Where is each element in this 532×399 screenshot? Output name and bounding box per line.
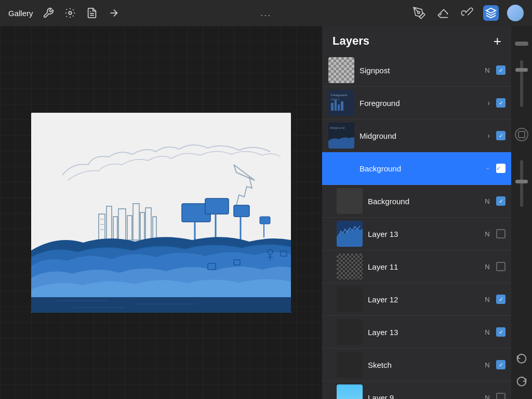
right-side-controls [511, 26, 532, 399]
arrow-icon[interactable] [107, 6, 121, 20]
layer-row-selected[interactable]: Background › ✓ [322, 152, 512, 185]
layer-expand-chevron[interactable]: › [485, 167, 493, 170]
layer-name: Sketch [368, 361, 478, 369]
layer-name: Layer 11 [368, 262, 478, 271]
layer-visibility-checkbox[interactable] [496, 262, 506, 271]
wrench-icon[interactable] [42, 6, 55, 20]
toolbar-center: ... [121, 8, 411, 19]
brush-size-track [520, 60, 523, 107]
adjust-icon[interactable] [63, 6, 77, 20]
svg-rect-23 [234, 205, 249, 217]
layer-thumbnail [337, 221, 363, 247]
layers-panel: Layers + Signpost N Foreground Layer 1 F… [322, 26, 512, 399]
svg-rect-25 [260, 217, 270, 224]
canvas-image [31, 113, 291, 313]
layer-visibility-checkbox[interactable] [496, 229, 506, 238]
layer-thumbnail: Midground [328, 123, 354, 149]
layer-expand-chevron[interactable]: › [487, 99, 490, 107]
layer-mode: N [484, 361, 491, 369]
layer-mode: N [484, 197, 491, 205]
layer-row[interactable]: Layer 11 N [322, 250, 512, 283]
layer-name: Layer 13 [368, 328, 478, 337]
layer-thumbnail: Foreground Layer 1 [328, 90, 354, 116]
svg-point-4 [418, 11, 420, 14]
eraser-icon[interactable] [435, 5, 451, 21]
layer-visibility-checkbox[interactable] [496, 360, 506, 369]
undo-button[interactable] [514, 350, 529, 366]
svg-marker-5 [486, 8, 496, 13]
layer-mode: N [484, 296, 491, 303]
script-icon[interactable] [85, 6, 99, 20]
toolbar: Gallery ... [0, 0, 532, 26]
layer-thumbnail [337, 319, 363, 345]
layers-icon[interactable] [483, 5, 499, 21]
layer-mode: N [484, 328, 491, 336]
layer-row[interactable]: Layer 12 N [322, 283, 512, 316]
svg-text:Midground: Midground [330, 126, 344, 129]
brush-size-slider-thumb[interactable] [515, 42, 528, 46]
svg-rect-21 [205, 198, 229, 214]
layer-visibility-checkbox[interactable] [496, 65, 506, 75]
layer-name: Layer 12 [368, 295, 478, 304]
layer-row[interactable]: Signpost N [322, 54, 512, 87]
pen-tool-icon[interactable] [411, 5, 427, 21]
layer-visibility-checkbox[interactable] [496, 98, 506, 108]
layer-options-button[interactable] [515, 128, 528, 141]
layers-panel-title: Layers [332, 34, 369, 48]
layer-name: Midground [360, 131, 482, 140]
layer-name: Layer 9 [368, 393, 478, 400]
layer-name: Layer 13 [368, 230, 478, 238]
layer-thumbnail [337, 188, 363, 214]
layer-thumbnail [328, 57, 354, 83]
square-icon [518, 131, 525, 138]
toolbar-right [411, 5, 524, 21]
toolbar-left: Gallery [8, 6, 121, 20]
layer-name: Signpost [360, 66, 478, 75]
layer-name: Foreground [360, 99, 482, 108]
layer-row[interactable]: Background N [322, 185, 512, 218]
layer-thumbnail [337, 254, 363, 280]
svg-rect-27 [31, 297, 291, 313]
layer-mode: N [484, 230, 491, 238]
svg-rect-41 [341, 101, 343, 111]
svg-rect-39 [335, 100, 337, 111]
add-layer-button[interactable]: + [494, 34, 501, 48]
layer-row[interactable]: Layer 9 N [322, 381, 512, 399]
canvas-area [0, 26, 322, 399]
redo-button[interactable] [514, 373, 529, 389]
layer-row[interactable]: Midground Midground › [322, 119, 512, 152]
layer-thumbnail [337, 286, 363, 312]
opacity-thumb[interactable] [515, 180, 528, 183]
layer-row[interactable]: Layer 13 N [322, 316, 512, 349]
layer-visibility-checkbox[interactable]: ✓ [496, 164, 506, 173]
avatar[interactable] [507, 5, 524, 21]
layer-thumbnail-empty [328, 155, 354, 181]
layer-name: Background [368, 197, 478, 206]
layer-thumbnail [337, 352, 363, 378]
layer-mode: N [484, 394, 491, 400]
layer-visibility-checkbox[interactable] [496, 196, 506, 206]
brush-size-thumb[interactable] [515, 68, 528, 72]
undo-redo-controls [514, 350, 529, 389]
svg-text:Foreground: Foreground [331, 94, 347, 97]
layers-header: Layers + [322, 26, 512, 54]
layer-visibility-checkbox[interactable] [496, 393, 506, 399]
layer-visibility-checkbox[interactable] [496, 131, 506, 140]
layer-visibility-checkbox[interactable] [496, 295, 506, 304]
svg-text:Layer 1: Layer 1 [331, 98, 340, 101]
layer-row[interactable]: Sketch N [322, 349, 512, 381]
layer-row[interactable]: Layer 13 N [322, 218, 512, 250]
svg-rect-40 [338, 104, 340, 111]
gallery-button[interactable]: Gallery [8, 9, 33, 18]
brush-size-control [515, 42, 528, 342]
layer-row[interactable]: Foreground Layer 1 Foreground › [322, 87, 512, 119]
more-button[interactable]: ... [260, 8, 271, 19]
layer-mode: N [484, 263, 491, 271]
layer-expand-chevron[interactable]: › [487, 131, 490, 140]
layer-visibility-checkbox[interactable] [496, 327, 506, 337]
brush-icon[interactable] [459, 5, 475, 21]
opacity-track [520, 160, 523, 207]
svg-rect-38 [331, 103, 334, 111]
layer-name: Background [360, 164, 482, 173]
layer-thumbnail [337, 384, 363, 399]
